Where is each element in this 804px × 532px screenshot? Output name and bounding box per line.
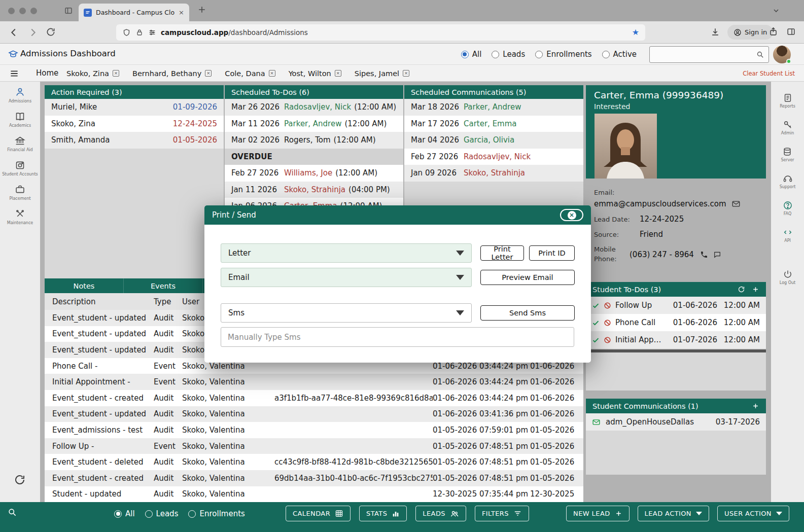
- student-chip[interactable]: Sipes, Jamel ×: [355, 69, 409, 78]
- remove-student-icon[interactable]: ×: [205, 70, 212, 77]
- sidebar-item-admin[interactable]: Admin: [781, 120, 794, 135]
- sms-chat-icon[interactable]: [713, 251, 721, 259]
- forward-icon[interactable]: [27, 27, 39, 38]
- remove-student-icon[interactable]: ×: [403, 70, 409, 77]
- sidebar-item-student-accounts[interactable]: Student Accounts: [2, 160, 38, 176]
- header-filter-radio[interactable]: Enrollments: [535, 50, 591, 59]
- communication-row[interactable]: Mar 18 2026 Parker, Andrew: [404, 99, 583, 116]
- lock-icon[interactable]: [135, 28, 144, 37]
- student-chip[interactable]: Bernhard, Bethany ×: [132, 69, 212, 78]
- student-todo-row[interactable]: Follow Up 01-06-2026 12:00 AM: [586, 297, 766, 314]
- cancel-ban-icon[interactable]: [604, 336, 611, 344]
- clear-student-list-link[interactable]: Clear Student List: [743, 70, 795, 77]
- table-row[interactable]: Event_student - created Audit Skoko, Val…: [45, 470, 583, 486]
- sidebar-item-placement[interactable]: Placement: [9, 184, 30, 201]
- sidebar-item-admissions[interactable]: Admissions: [9, 87, 31, 103]
- communication-row[interactable]: Jan 09 2026 Skoko, Strahinja: [404, 165, 583, 182]
- envelope-icon[interactable]: [731, 199, 741, 208]
- communication-row[interactable]: Mar 17 2026 Carter, Emma: [404, 116, 583, 132]
- modal-close-button[interactable]: ×: [560, 209, 583, 221]
- back-icon[interactable]: [8, 27, 19, 38]
- cancel-ban-icon[interactable]: [604, 319, 611, 327]
- signin-button[interactable]: Sign in: [727, 25, 773, 40]
- add-communication-icon[interactable]: [752, 402, 759, 410]
- table-row[interactable]: Event_student - updated Audit Skoko, Val…: [45, 406, 583, 422]
- bookmark-star-icon[interactable]: ★: [632, 28, 639, 37]
- letter-select[interactable]: Letter: [221, 243, 472, 263]
- tab-events[interactable]: Events: [124, 278, 203, 293]
- download-icon[interactable]: [710, 27, 720, 37]
- sidebar-item-reports[interactable]: Reports: [780, 93, 795, 109]
- stats-button[interactable]: STATS: [359, 506, 407, 521]
- student-todo-row[interactable]: Initial App… 01-07-2026 12:00 AM: [586, 331, 766, 348]
- sidebar-item-academics[interactable]: Academics: [9, 111, 31, 128]
- cancel-ban-icon[interactable]: [604, 302, 611, 309]
- refresh-page-icon[interactable]: [14, 474, 26, 486]
- table-row[interactable]: Follow Up - Event Skoko, Valentina 01-05…: [45, 438, 583, 454]
- action-required-row[interactable]: Smith, Amanda 01-05-2026: [45, 132, 224, 149]
- print-id-button[interactable]: Print ID: [529, 245, 575, 261]
- table-row[interactable]: Event_admissions - test Audit Skoko, Val…: [45, 422, 583, 438]
- sidebar-item-support[interactable]: Support: [780, 173, 796, 189]
- remove-student-icon[interactable]: ×: [269, 70, 275, 77]
- print-letter-button[interactable]: Print Letter: [480, 245, 524, 261]
- bottom-filter-radio[interactable]: Enrollments: [188, 509, 244, 518]
- bottom-filter-radio[interactable]: Leads: [145, 509, 179, 518]
- student-chip[interactable]: Cole, Dana ×: [225, 69, 275, 78]
- student-communication-row[interactable]: adm_OpenHouseDallas 03-17-2026: [586, 413, 766, 431]
- permissions-icon[interactable]: [148, 28, 156, 37]
- student-chip[interactable]: Skoko, Zina ×: [66, 69, 119, 78]
- header-filter-radio[interactable]: All: [461, 50, 482, 59]
- complete-check-icon[interactable]: [592, 319, 600, 327]
- manual-sms-input[interactable]: [221, 327, 574, 347]
- todo-row[interactable]: Feb 27 2026 Williams, Joe (12:00 AM): [225, 165, 403, 182]
- lead-action-button[interactable]: LEAD ACTION: [638, 506, 709, 521]
- address-bar[interactable]: campuscloud.app/dashboard/Admissions ★: [116, 24, 645, 41]
- leads-button[interactable]: LEADS: [415, 506, 466, 521]
- table-row[interactable]: Initial Appointment - Event Skoko, Valen…: [45, 374, 583, 390]
- user-action-button[interactable]: USER ACTION: [717, 506, 789, 521]
- todo-row[interactable]: Mar 26 2026 Radosavljev, Nick (12:00 AM): [225, 99, 403, 116]
- add-todo-icon[interactable]: [752, 286, 759, 293]
- communication-row[interactable]: Mar 04 2026 Garcia, Olivia: [404, 132, 583, 149]
- window-close-button[interactable]: [8, 8, 15, 14]
- complete-check-icon[interactable]: [592, 336, 600, 344]
- panels-icon[interactable]: [786, 27, 796, 37]
- todo-row[interactable]: Jan 11 2026 Skoko, Strahinja (04:00 PM): [225, 182, 403, 198]
- shield-icon[interactable]: [122, 28, 131, 37]
- menu-icon[interactable]: [9, 68, 19, 79]
- todo-row[interactable]: Mar 11 2026 Parker, Andrew (12:00 AM): [225, 116, 403, 132]
- student-chip[interactable]: Yost, Wilton ×: [289, 69, 341, 78]
- bottom-filter-radio[interactable]: All: [114, 509, 135, 518]
- phone-icon[interactable]: [700, 251, 708, 259]
- sidebar-item-faq[interactable]: FAQ: [783, 200, 793, 216]
- table-row[interactable]: Event_student - deleted Audit Skoko, Val…: [45, 454, 583, 470]
- reload-icon[interactable]: [46, 27, 56, 37]
- sidebar-item-server[interactable]: Server: [781, 147, 794, 162]
- send-sms-button[interactable]: Send Sms: [480, 305, 575, 321]
- preview-email-button[interactable]: Preview Email: [480, 270, 575, 285]
- browser-tab[interactable]: Dashboard - Campus Cloud v2 ×: [79, 4, 189, 21]
- tab-close-icon[interactable]: ×: [179, 9, 184, 16]
- sms-select[interactable]: Sms: [221, 303, 472, 323]
- sidebar-item-maintenance[interactable]: Maintenance: [7, 208, 33, 225]
- sidebar-toggle-icon[interactable]: [64, 6, 73, 15]
- global-search-input[interactable]: [649, 46, 769, 63]
- table-row[interactable]: Event_student - created Audit Skoko, Val…: [45, 390, 583, 406]
- sidebar-item-financial-aid[interactable]: Financial Aid: [7, 135, 32, 152]
- tab-list-chevron-icon[interactable]: [772, 7, 780, 15]
- share-icon[interactable]: [768, 27, 778, 37]
- complete-check-icon[interactable]: [592, 302, 600, 309]
- email-select[interactable]: Email: [221, 268, 472, 287]
- tab-notes[interactable]: Notes: [45, 278, 124, 293]
- communication-row[interactable]: Feb 27 2026 Radosavljev, Nick: [404, 149, 583, 165]
- todo-row[interactable]: Mar 02 2026 Rogers, Tom (12:00 AM): [225, 132, 403, 149]
- header-filter-radio[interactable]: Active: [602, 50, 637, 59]
- header-filter-radio[interactable]: Leads: [492, 50, 525, 59]
- home-link[interactable]: Home: [36, 68, 58, 78]
- url-text[interactable]: campuscloud.app/dashboard/Admissions: [161, 28, 308, 37]
- action-required-row[interactable]: Skoko, Zina 12-24-2025: [45, 116, 224, 132]
- sidebar-item-api[interactable]: API: [783, 227, 793, 243]
- sidebar-item-logout[interactable]: Log Out: [780, 269, 795, 285]
- student-todo-row[interactable]: Phone Call 01-06-2026 12:00 AM: [586, 314, 766, 331]
